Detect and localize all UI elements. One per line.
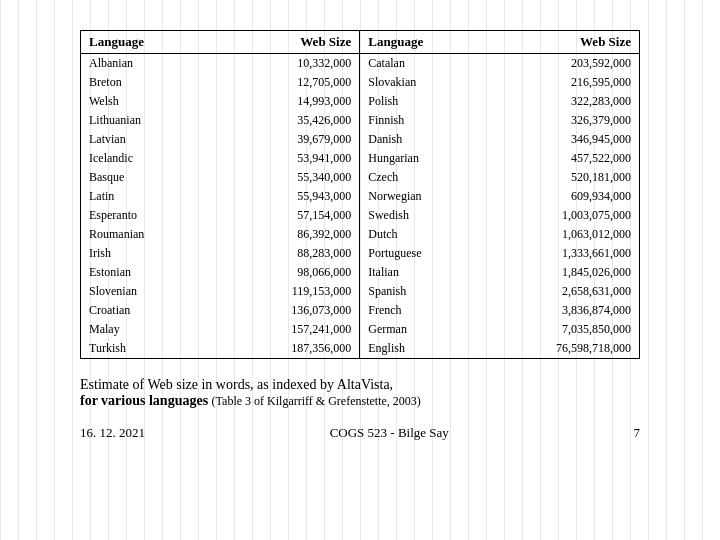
table-row: Basque 55,340,000 — [81, 168, 360, 187]
size-cell: 98,066,000 — [215, 263, 359, 282]
table-row: English 76,598,718,000 — [360, 339, 639, 358]
size-cell: 86,392,000 — [215, 225, 359, 244]
lang-cell: Norwegian — [360, 187, 482, 206]
page-content: Language Web Size Albanian 10,332,000 Br… — [0, 0, 720, 461]
size-cell: 457,522,000 — [482, 149, 639, 168]
lang-cell: Polish — [360, 92, 482, 111]
right-lang-header: Language — [360, 31, 482, 54]
size-cell: 35,426,000 — [215, 111, 359, 130]
lang-cell: French — [360, 301, 482, 320]
table-row: Norwegian 609,934,000 — [360, 187, 639, 206]
lang-cell: Turkish — [81, 339, 215, 358]
table-row: Finnish 326,379,000 — [360, 111, 639, 130]
size-cell: 216,595,000 — [482, 73, 639, 92]
lang-cell: Spanish — [360, 282, 482, 301]
table-row: Italian 1,845,026,000 — [360, 263, 639, 282]
size-cell: 57,154,000 — [215, 206, 359, 225]
size-cell: 119,153,000 — [215, 282, 359, 301]
footer-page: 7 — [633, 425, 640, 441]
size-cell: 76,598,718,000 — [482, 339, 639, 358]
size-cell: 346,945,000 — [482, 130, 639, 149]
caption-sub-small: (Table 3 of Kilgarriff & Grefenstette, 2… — [212, 394, 421, 408]
footer-title: COGS 523 - Bilge Say — [330, 425, 449, 441]
lang-cell: Croatian — [81, 301, 215, 320]
size-cell: 14,993,000 — [215, 92, 359, 111]
size-cell: 1,003,075,000 — [482, 206, 639, 225]
left-web-header: Web Size — [215, 31, 359, 54]
size-cell: 7,035,850,000 — [482, 320, 639, 339]
footer-date: 16. 12. 2021 — [80, 425, 145, 441]
table-row: Estonian 98,066,000 — [81, 263, 360, 282]
table-row: Malay 157,241,000 — [81, 320, 360, 339]
table-row: Albanian 10,332,000 — [81, 54, 360, 74]
table-row: Welsh 14,993,000 — [81, 92, 360, 111]
size-cell: 88,283,000 — [215, 244, 359, 263]
table-row: Czech 520,181,000 — [360, 168, 639, 187]
table-row: Catalan 203,592,000 — [360, 54, 639, 74]
lang-cell: Irish — [81, 244, 215, 263]
lang-cell: Roumanian — [81, 225, 215, 244]
table-row: Breton 12,705,000 — [81, 73, 360, 92]
lang-cell: English — [360, 339, 482, 358]
lang-cell: Hungarian — [360, 149, 482, 168]
lang-cell: Catalan — [360, 54, 482, 74]
lang-cell: Breton — [81, 73, 215, 92]
lang-cell: Latvian — [81, 130, 215, 149]
lang-cell: German — [360, 320, 482, 339]
table-row: Slovakian 216,595,000 — [360, 73, 639, 92]
table-row: Dutch 1,063,012,000 — [360, 225, 639, 244]
table-row: Hungarian 457,522,000 — [360, 149, 639, 168]
lang-cell: Portuguese — [360, 244, 482, 263]
table-row: Latin 55,943,000 — [81, 187, 360, 206]
size-cell: 39,679,000 — [215, 130, 359, 149]
lang-cell: Slovenian — [81, 282, 215, 301]
lang-cell: Czech — [360, 168, 482, 187]
lang-cell: Esperanto — [81, 206, 215, 225]
size-cell: 136,073,000 — [215, 301, 359, 320]
size-cell: 157,241,000 — [215, 320, 359, 339]
size-cell: 322,283,000 — [482, 92, 639, 111]
caption-sub-bold: for various languages — [80, 393, 208, 408]
size-cell: 609,934,000 — [482, 187, 639, 206]
footer: 16. 12. 2021 COGS 523 - Bilge Say 7 — [80, 425, 640, 441]
size-cell: 520,181,000 — [482, 168, 639, 187]
size-cell: 1,333,661,000 — [482, 244, 639, 263]
lang-cell: Icelandic — [81, 149, 215, 168]
table-row: German 7,035,850,000 — [360, 320, 639, 339]
lang-cell: Basque — [81, 168, 215, 187]
table-row: Irish 88,283,000 — [81, 244, 360, 263]
size-cell: 53,941,000 — [215, 149, 359, 168]
lang-cell: Estonian — [81, 263, 215, 282]
lang-cell: Finnish — [360, 111, 482, 130]
table-row: Spanish 2,658,631,000 — [360, 282, 639, 301]
size-cell: 1,063,012,000 — [482, 225, 639, 244]
table-row: Danish 346,945,000 — [360, 130, 639, 149]
size-cell: 10,332,000 — [215, 54, 359, 74]
data-table-wrapper: Language Web Size Albanian 10,332,000 Br… — [80, 30, 640, 359]
lang-cell: Slovakian — [360, 73, 482, 92]
size-cell: 187,356,000 — [215, 339, 359, 358]
caption: Estimate of Web size in words, as indexe… — [80, 377, 640, 409]
size-cell: 3,836,874,000 — [482, 301, 639, 320]
table-row: Esperanto 57,154,000 — [81, 206, 360, 225]
size-cell: 55,943,000 — [215, 187, 359, 206]
size-cell: 12,705,000 — [215, 73, 359, 92]
lang-cell: Latin — [81, 187, 215, 206]
caption-main: Estimate of Web size in words, as indexe… — [80, 377, 393, 392]
left-lang-header: Language — [81, 31, 215, 54]
right-web-header: Web Size — [482, 31, 639, 54]
lang-cell: Swedish — [360, 206, 482, 225]
table-row: Latvian 39,679,000 — [81, 130, 360, 149]
size-cell: 55,340,000 — [215, 168, 359, 187]
table-row: Icelandic 53,941,000 — [81, 149, 360, 168]
lang-cell: Danish — [360, 130, 482, 149]
lang-cell: Dutch — [360, 225, 482, 244]
size-cell: 1,845,026,000 — [482, 263, 639, 282]
table-row: Croatian 136,073,000 — [81, 301, 360, 320]
lang-cell: Malay — [81, 320, 215, 339]
right-table: Language Web Size Catalan 203,592,000 Sl… — [360, 31, 639, 358]
table-row: Swedish 1,003,075,000 — [360, 206, 639, 225]
left-table: Language Web Size Albanian 10,332,000 Br… — [81, 31, 360, 358]
size-cell: 326,379,000 — [482, 111, 639, 130]
table-row: French 3,836,874,000 — [360, 301, 639, 320]
